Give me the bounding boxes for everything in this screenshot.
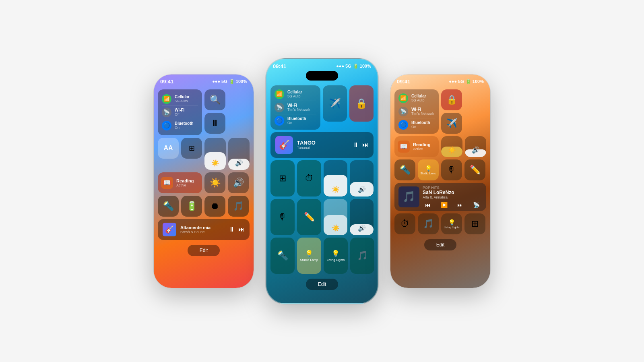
volume-tile-center[interactable]: 🔊 (350, 199, 374, 235)
brightness-slider-right[interactable]: ☀️ (441, 136, 462, 157)
wifi-icon-left: 📡 (162, 108, 171, 117)
bluetooth-sub-center: On (287, 121, 306, 125)
record-left[interactable]: ⏺ (204, 196, 225, 217)
music-title-right: SaN LoReNzo (423, 190, 482, 195)
forward-btn-left[interactable]: ⏭ (238, 226, 245, 233)
sun-icon-center: ☀️ (332, 224, 340, 232)
volume-slider-right[interactable]: 🔊 (465, 136, 486, 157)
status-bar-center: 09:41 ●●● 5G 🔋 100% (266, 59, 378, 71)
studio-lamp-center[interactable]: 💡 Studio Lamp (297, 238, 321, 274)
airplay-btn-right[interactable]: 📡 (473, 202, 480, 208)
music-title-center: TANGO (297, 140, 349, 146)
forward-btn-center[interactable]: ⏭ (362, 141, 369, 149)
focus-tile-right[interactable]: 🔒 (441, 89, 462, 110)
reading-tile-right[interactable]: 📖 Reading Active (394, 136, 439, 157)
bluetooth-item-center[interactable]: 🔵 Bluetooth On (275, 114, 316, 127)
network-row-right: 📶 Cellular 5G Auto 📡 Wi-Fi Tim's Network (394, 89, 486, 134)
window-tile-left[interactable]: ⊞ (181, 138, 202, 159)
wifi-item-center[interactable]: 📡 Wi-Fi Tim's Network (275, 101, 316, 114)
bluetooth-label-center: Bluetooth (287, 116, 306, 121)
music-widget-right[interactable]: 🎵 POP HITS SaN LoReNzo Alfa ft. Annalisa… (394, 183, 486, 211)
flashlight-right[interactable]: 🔦 (394, 159, 415, 180)
wifi-item-left[interactable]: 📡 Wi-Fi Off (162, 105, 198, 119)
reading-sub-right: Active (413, 147, 430, 151)
phones-container: 09:41 ●●● 5G 🔋 100% 📶 Cellular 5G Auto (0, 0, 644, 362)
volume-slider-left[interactable]: 🔊 (228, 138, 250, 170)
cellular-label-right: Cellular (411, 94, 426, 98)
brightness-tile-center[interactable]: ☀️ (324, 199, 347, 235)
battery-left: 🔋 100% (229, 79, 247, 84)
battery-tile-left[interactable]: 🔋 (181, 196, 202, 217)
pause-btn-center[interactable]: ⏸ (353, 141, 359, 149)
living-lights-center[interactable]: 💡 Living Lights (324, 238, 348, 274)
bluetooth-item-left[interactable]: 🔵 Bluetooth On (162, 119, 198, 132)
airplane-tile-center[interactable]: ✈️ (323, 85, 347, 122)
window-right[interactable]: ⊞ (464, 213, 485, 234)
music-widget-center[interactable]: 🎸 TANGO Tananai ⏸ ⏭ (270, 132, 374, 158)
forward-btn-right[interactable]: ⏭ (457, 202, 463, 208)
airplane-tile-right[interactable]: ✈️ (441, 113, 462, 134)
living-lights-label-right: Living Lights (444, 226, 460, 229)
brightness-btn-left[interactable]: ☀️ (204, 172, 225, 193)
edit-btn-center[interactable]: Edit (306, 279, 338, 290)
status-right-left: ●●● 5G 🔋 100% (212, 79, 247, 84)
dynamic-island (306, 71, 338, 81)
audio-right[interactable]: 🎙 (441, 159, 462, 180)
status-right-right: ●●● 5G 🔋 100% (449, 79, 484, 84)
reading-tile-left[interactable]: 📖 Reading Active (158, 172, 202, 193)
phone-left: 09:41 ●●● 5G 🔋 100% 📶 Cellular 5G Auto (154, 74, 254, 288)
music-widget-left[interactable]: 🎸 Altamente mia Bresh & Shune ⏸ ⏭ (158, 219, 250, 240)
right-icons-left: 🔍 ⏸ (204, 89, 225, 135)
cellular-item-center[interactable]: 📶 Cellular 5G Auto (275, 88, 316, 101)
volume-btn-left[interactable]: 🔊 (228, 172, 249, 193)
row3-center: 🎙 ✏️ ☀️ 🔊 (270, 199, 374, 235)
audio-tile-center[interactable]: 🎙 (270, 199, 295, 235)
text-size-tile-left[interactable]: AA (158, 138, 179, 159)
cellular-item-left[interactable]: 📶 Cellular 5G Auto (162, 93, 198, 105)
timer-tile-center[interactable]: ⏱ (297, 160, 321, 197)
studio-lamp-right[interactable]: 💡 Studio Lamp (418, 159, 439, 180)
brightness-slider-left[interactable]: ☀️ (204, 138, 226, 170)
brightness-icon-left: ☀️ (211, 159, 219, 167)
row3-right: 🔦 💡 Studio Lamp 🎙 ✏️ (394, 159, 486, 180)
cellular-item-right[interactable]: 📶 Cellular 5G Auto (398, 92, 435, 105)
time-right: 09:41 (397, 79, 410, 85)
flashlight-left[interactable]: 🔦 (158, 196, 179, 217)
music-title-left: Altamente mia (180, 225, 225, 230)
row4-left: 🔦 🔋 ⏺ 🎵 (158, 196, 250, 217)
window-tile-center[interactable]: ⊞ (270, 160, 295, 197)
edit-btn-right[interactable]: Edit (424, 239, 456, 250)
clock-right[interactable]: ⏱ (394, 213, 415, 234)
network-row-center: 📶 Cellular 5G Auto 📡 Wi-Fi Tim's Network (270, 85, 374, 130)
search-tile-left[interactable]: 🔍 (204, 89, 225, 110)
scribble-tile-center[interactable]: ✏️ (297, 199, 321, 235)
shazam-left[interactable]: 🎵 (228, 196, 249, 217)
signal-center: ●●● 5G (336, 64, 351, 68)
bluetooth-icon-left: 🔵 (162, 121, 171, 130)
brightness-icon-right: ☀️ (448, 146, 456, 154)
volume-slider-center[interactable]: 🔊 (350, 160, 374, 197)
voicemail-tile-left[interactable]: ⏸ (204, 113, 225, 134)
cellular-icon-center: 📶 (275, 89, 284, 99)
bluetooth-sub-left: On (175, 126, 194, 130)
signal-right: ●●● 5G (449, 79, 464, 84)
brightness-slider-center[interactable]: ☀️ (324, 160, 347, 197)
focus-tile-center[interactable]: 🔒 (349, 85, 374, 122)
row2-right: 📖 Reading Active ☀️ 🔊 (394, 136, 486, 157)
play-btn-right[interactable]: ▶️ (441, 202, 448, 208)
wifi-item-right[interactable]: 📡 Wi-Fi Tim's Network (398, 105, 435, 118)
shazam-right[interactable]: 🎵 (418, 213, 439, 234)
time-center: 09:41 (273, 63, 286, 69)
time-left: 09:41 (160, 79, 173, 85)
scribble-right[interactable]: ✏️ (464, 159, 485, 180)
bluetooth-item-right[interactable]: 🔵 Bluetooth On (398, 118, 435, 131)
flashlight-center[interactable]: 🔦 (270, 238, 295, 274)
cc-content-center: 📶 Cellular 5G Auto 📡 Wi-Fi Tim's Network (266, 83, 378, 292)
living-lights-right[interactable]: 💡 Living Lights (441, 213, 462, 234)
pause-btn-left[interactable]: ⏸ (229, 226, 235, 233)
status-right-center: ●●● 5G 🔋 100% (336, 64, 371, 69)
shazam-center[interactable]: 🎵 (350, 238, 374, 274)
rewind-btn-right[interactable]: ⏮ (425, 202, 431, 208)
edit-btn-left[interactable]: Edit (188, 245, 220, 256)
cellular-icon-left: 📶 (162, 94, 171, 104)
